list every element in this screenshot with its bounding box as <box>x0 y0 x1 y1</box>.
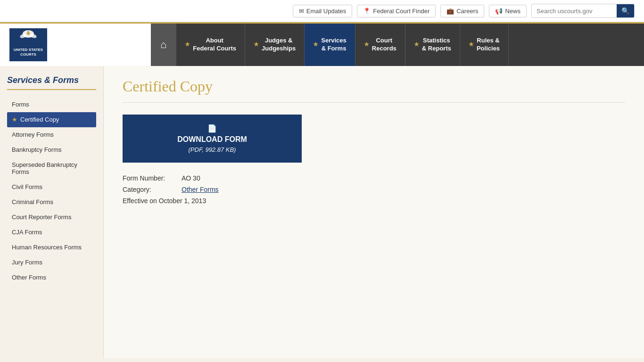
nav-home[interactable]: ⌂ <box>151 24 176 66</box>
nav-rules-label2: Policies <box>477 45 500 53</box>
eagle-icon <box>17 29 40 43</box>
effective-label: Effective on <box>123 197 159 205</box>
megaphone-icon: 📢 <box>495 8 503 15</box>
sidebar-link-certified-copy[interactable]: ★ Certified Copy <box>7 112 96 127</box>
careers-label: Careers <box>456 8 478 15</box>
envelope-icon: ✉ <box>299 8 304 15</box>
star-icon: ★ <box>185 41 190 49</box>
nav-rules[interactable]: ★ Rules & Policies <box>460 24 509 66</box>
nav-stats-label1: Statistics <box>423 37 450 45</box>
download-form-button[interactable]: 📄 DOWNLOAD FORM (PDF, 992.87 KB) <box>123 115 302 163</box>
search-wrap: 🔍 <box>531 4 635 18</box>
main-nav: ⌂ ★ About Federal Courts ★ Judges & Judg… <box>151 24 644 66</box>
nav-stats-label2: & Reports <box>422 45 451 53</box>
email-updates-button[interactable]: ✉ Email Updates <box>293 5 353 17</box>
sidebar-link-attorney-forms[interactable]: Attorney Forms <box>7 127 96 142</box>
star-icon-judges: ★ <box>254 41 259 49</box>
nav-services-label1: Services <box>321 37 347 45</box>
sidebar-link-cja-forms[interactable]: CJA Forms <box>7 225 96 240</box>
search-input[interactable] <box>532 5 617 17</box>
header: UNITED STATES COURTS ⌂ ★ About Federal C… <box>0 22 644 66</box>
sidebar-certified-copy-label: Certified Copy <box>20 116 59 123</box>
briefcase-icon: 💼 <box>446 8 454 15</box>
effective-text: Effective on October 1, 2013 <box>123 197 206 205</box>
logo-image: UNITED STATES COURTS <box>9 28 47 61</box>
nav-about[interactable]: ★ About Federal Courts <box>176 24 245 66</box>
logo-area: UNITED STATES COURTS <box>0 24 151 66</box>
sidebar-link-bankruptcy-forms[interactable]: Bankruptcy Forms <box>7 142 96 157</box>
top-bar: ✉ Email Updates 📍 Federal Court Finder 💼… <box>0 0 644 22</box>
logo-box: UNITED STATES COURTS <box>9 28 47 61</box>
sidebar: Services & Forms Forms ★ Certified Copy … <box>0 66 104 358</box>
email-updates-label: Email Updates <box>306 8 347 15</box>
category-label: Category: <box>123 186 179 193</box>
sidebar-link-hr-forms[interactable]: Human Resources Forms <box>7 240 96 255</box>
location-icon: 📍 <box>363 8 371 15</box>
main-content: Certified Copy 📄 DOWNLOAD FORM (PDF, 992… <box>104 66 644 358</box>
sidebar-link-superseded-bankruptcy[interactable]: Superseded Bankruptcy Forms <box>7 157 96 180</box>
sidebar-link-forms[interactable]: Forms <box>7 97 96 112</box>
form-meta: Form Number: AO 30 Category: Other Forms… <box>123 174 625 205</box>
nav-judges-label2: Judgeships <box>262 45 296 53</box>
news-button[interactable]: 📢 News <box>489 5 527 17</box>
federal-court-finder-button[interactable]: 📍 Federal Court Finder <box>357 5 436 17</box>
effective-value: October 1, 2013 <box>159 197 206 205</box>
active-star-icon: ★ <box>12 116 17 123</box>
form-number-value: AO 30 <box>182 174 200 182</box>
nav-court-records[interactable]: ★ Court Records <box>355 24 405 66</box>
sidebar-link-court-reporter-forms[interactable]: Court Reporter Forms <box>7 210 96 225</box>
download-file-size: (PDF, 992.87 KB) <box>189 146 236 153</box>
search-button[interactable]: 🔍 <box>617 4 634 17</box>
careers-button[interactable]: 💼 Careers <box>440 5 484 17</box>
star-icon-rules: ★ <box>469 41 474 49</box>
nav-rules-label1: Rules & <box>477 37 499 45</box>
star-icon-court: ★ <box>364 41 369 49</box>
category-link[interactable]: Other Forms <box>182 186 219 193</box>
news-label: News <box>505 8 520 15</box>
federal-court-finder-label: Federal Court Finder <box>373 8 429 15</box>
nav-judges[interactable]: ★ Judges & Judgeships <box>245 24 305 66</box>
nav-court-label1: Court <box>376 37 392 45</box>
sidebar-title: Services & Forms <box>7 75 96 90</box>
nav-judges-label1: Judges & <box>265 37 293 45</box>
star-icon-stats: ★ <box>414 41 419 49</box>
star-icon-services: ★ <box>313 41 318 49</box>
sidebar-link-other-forms[interactable]: Other Forms <box>7 270 96 285</box>
logo-line1: UNITED STATES <box>14 48 43 52</box>
download-btn-label: DOWNLOAD FORM <box>177 135 247 144</box>
form-number-label: Form Number: <box>123 174 179 182</box>
nav-about-label2: Federal Courts <box>193 45 236 53</box>
logo-line2: COURTS <box>14 52 43 57</box>
nav-statistics[interactable]: ★ Statistics & Reports <box>405 24 460 66</box>
sidebar-link-criminal-forms[interactable]: Criminal Forms <box>7 195 96 210</box>
page-title: Certified Copy <box>123 78 625 103</box>
sidebar-link-civil-forms[interactable]: Civil Forms <box>7 180 96 195</box>
nav-services-label2: & Forms <box>322 45 347 53</box>
effective-row: Effective on October 1, 2013 <box>123 197 625 205</box>
download-icon: 📄 <box>207 124 217 133</box>
nav-about-label1: About <box>206 37 223 45</box>
nav-services[interactable]: ★ Services & Forms <box>305 24 355 66</box>
form-number-row: Form Number: AO 30 <box>123 174 625 182</box>
page-body: Services & Forms Forms ★ Certified Copy … <box>0 66 644 358</box>
sidebar-link-jury-forms[interactable]: Jury Forms <box>7 255 96 270</box>
category-row: Category: Other Forms <box>123 186 625 193</box>
nav-court-label2: Records <box>372 45 396 53</box>
